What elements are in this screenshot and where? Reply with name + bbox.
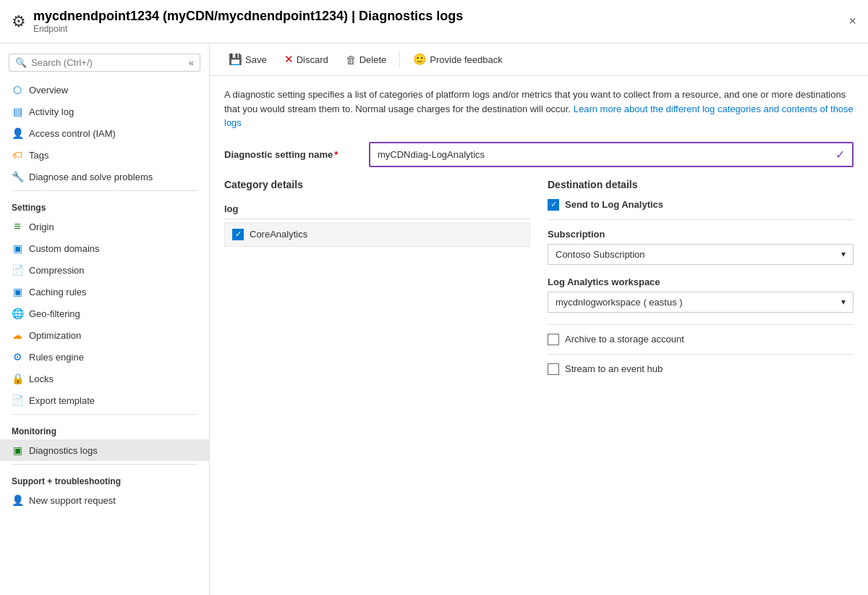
sidebar-item-geo[interactable]: 🌐 Geo-filtering — [0, 303, 209, 324]
subscription-dropdown-arrow: ▾ — [841, 249, 846, 259]
sidebar-item-diagnostics-logs[interactable]: ▣ Diagnostics logs — [0, 439, 209, 461]
feedback-label: Provide feedback — [430, 54, 502, 65]
required-marker: * — [334, 149, 338, 160]
diagnostic-name-label: Diagnostic setting name* — [224, 149, 369, 160]
rules-icon: ⚙ — [12, 351, 23, 363]
sidebar-item-label: Overview — [29, 85, 68, 96]
sidebar-item-overview[interactable]: ⬡ Overview — [0, 79, 209, 101]
header-left: ⚙ mycdnendpoint1234 (myCDN/mycdnendpoint… — [12, 9, 463, 34]
geo-icon: 🌐 — [12, 308, 23, 319]
stream-row: Stream to an event hub — [548, 354, 854, 384]
archive-row: Archive to a storage account — [548, 324, 854, 354]
diagnostics-logs-icon: ▣ — [12, 444, 23, 456]
iam-icon: 👤 — [12, 127, 23, 139]
overview-icon: ⬡ — [12, 84, 23, 96]
monitoring-divider — [12, 414, 197, 415]
workspace-dropdown-arrow: ▾ — [841, 297, 846, 307]
sidebar-item-tags[interactable]: 🏷 Tags — [0, 144, 209, 166]
category-details-col: Category details log CoreAnalytics — [224, 179, 530, 384]
sidebar-item-activity-log[interactable]: ▤ Activity log — [0, 101, 209, 122]
content-area: 💾 Save ✕ Discard 🗑 Delete 🙂 Provide feed… — [210, 43, 868, 595]
support-section-header: Support + troubleshooting — [0, 468, 209, 489]
send-to-log-analytics-checkbox[interactable] — [548, 199, 559, 211]
sidebar-item-label: New support request — [29, 495, 116, 506]
sidebar-item-export[interactable]: 📄 Export template — [0, 389, 209, 411]
discard-icon: ✕ — [284, 53, 294, 66]
save-label: Save — [245, 54, 267, 65]
sidebar-item-label: Activity log — [29, 106, 74, 117]
sidebar-item-compression[interactable]: 📄 Compression — [0, 259, 209, 281]
input-check-icon: ✓ — [835, 148, 845, 161]
collapse-icon[interactable]: « — [189, 57, 194, 68]
sidebar-item-locks[interactable]: 🔒 Locks — [0, 368, 209, 389]
header-title-group: mycdnendpoint1234 (myCDN/mycdnendpoint12… — [33, 9, 463, 34]
delete-label: Delete — [359, 54, 387, 65]
delete-icon: 🗑 — [346, 54, 357, 66]
stream-label: Stream to an event hub — [565, 363, 663, 374]
core-analytics-row: CoreAnalytics — [224, 222, 530, 247]
toolbar-divider — [399, 51, 400, 68]
export-icon: 📄 — [12, 394, 23, 406]
optimization-icon: ☁ — [12, 329, 23, 341]
description: A diagnostic setting specifies a list of… — [224, 88, 854, 130]
sidebar-item-label: Geo-filtering — [29, 308, 80, 319]
workspace-value: mycdnlogworkspace ( eastus ) — [556, 297, 683, 308]
category-details-header: Category details — [224, 179, 530, 190]
diagnostic-setting-name-row: Diagnostic setting name* myCDNdiag-LogAn… — [224, 142, 854, 167]
monitoring-section-header: Monitoring — [0, 418, 209, 439]
sidebar-item-origin[interactable]: ≡ Origin — [0, 216, 209, 237]
sidebar-item-new-support[interactable]: 👤 New support request — [0, 489, 209, 511]
core-analytics-label: CoreAnalytics — [250, 229, 307, 240]
delete-button[interactable]: 🗑 Delete — [339, 50, 394, 69]
sidebar-item-label: Optimization — [29, 330, 81, 341]
diagnostic-name-input[interactable]: myCDNdiag-LogAnalytics ✓ — [369, 142, 854, 167]
destination-details-col: Destination details Send to Log Analytic… — [548, 179, 854, 384]
sidebar-item-rules[interactable]: ⚙ Rules engine — [0, 346, 209, 368]
subscription-dropdown[interactable]: Contoso Subscription ▾ — [548, 244, 854, 265]
archive-label: Archive to a storage account — [565, 334, 684, 345]
sidebar-item-label: Access control (IAM) — [29, 128, 116, 139]
sidebar-item-optimization[interactable]: ☁ Optimization — [0, 324, 209, 346]
core-analytics-checkbox[interactable] — [232, 229, 244, 240]
main-layout: 🔍 « ⬡ Overview ▤ Activity log 👤 Access c… — [0, 43, 868, 595]
workspace-label: Log Analytics workspace — [548, 277, 854, 287]
sidebar-item-caching[interactable]: ▣ Caching rules — [0, 281, 209, 303]
diagnostic-name-value: myCDNdiag-LogAnalytics — [378, 149, 485, 160]
custom-domains-icon: ▣ — [12, 242, 23, 254]
discard-button[interactable]: ✕ Discard — [277, 49, 336, 69]
sidebar-item-label: Tags — [29, 150, 48, 161]
save-icon: 💾 — [229, 53, 242, 66]
activity-log-icon: ▤ — [12, 106, 23, 117]
sidebar-item-label: Diagnose and solve problems — [29, 172, 153, 182]
stream-checkbox[interactable] — [548, 363, 559, 375]
feedback-icon: 🙂 — [413, 53, 427, 66]
save-button[interactable]: 💾 Save — [221, 49, 274, 69]
page-header: ⚙ mycdnendpoint1234 (myCDN/mycdnendpoint… — [0, 0, 868, 43]
sidebar-item-label: Locks — [29, 374, 54, 384]
settings-divider — [12, 190, 197, 191]
sidebar-item-iam[interactable]: 👤 Access control (IAM) — [0, 122, 209, 144]
settings-section-header: Settings — [0, 194, 209, 216]
close-button[interactable]: × — [848, 14, 856, 29]
origin-icon: ≡ — [12, 221, 23, 232]
search-container[interactable]: 🔍 « — [9, 54, 200, 72]
sidebar-item-label: Rules engine — [29, 352, 84, 363]
support-icon: 👤 — [12, 494, 23, 506]
sidebar-item-diagnose[interactable]: 🔧 Diagnose and solve problems — [0, 166, 209, 187]
archive-checkbox[interactable] — [548, 334, 559, 345]
workspace-section: Log Analytics workspace mycdnlogworkspac… — [548, 277, 854, 313]
discard-label: Discard — [297, 54, 328, 65]
search-icon: 🔍 — [15, 57, 27, 68]
send-to-log-analytics-row: Send to Log Analytics — [548, 199, 854, 220]
sidebar-item-label: Compression — [29, 265, 85, 276]
subscription-section: Subscription Contoso Subscription ▾ — [548, 229, 854, 265]
toolbar: 💾 Save ✕ Discard 🗑 Delete 🙂 Provide feed… — [210, 43, 868, 76]
subscription-label: Subscription — [548, 229, 854, 240]
support-divider — [12, 464, 197, 465]
search-input[interactable] — [31, 57, 182, 68]
sidebar-item-custom-domains[interactable]: ▣ Custom domains — [0, 237, 209, 259]
workspace-dropdown[interactable]: mycdnlogworkspace ( eastus ) ▾ — [548, 292, 854, 313]
content-body: A diagnostic setting specifies a list of… — [210, 76, 868, 595]
feedback-button[interactable]: 🙂 Provide feedback — [406, 49, 509, 69]
sidebar-item-label: Export template — [29, 395, 95, 406]
